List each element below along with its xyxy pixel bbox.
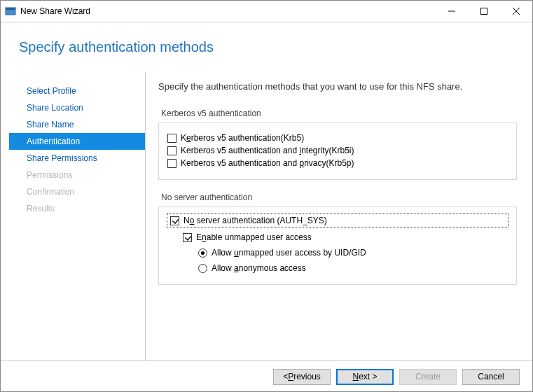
checkbox-krb5-label: Kerberos v5 authentication(Krb5)	[181, 133, 304, 143]
maximize-button[interactable]	[468, 1, 500, 22]
header: Specify authentication methods	[1, 22, 532, 71]
page-title: Specify authentication methods	[19, 39, 532, 55]
radio-uidgid-row[interactable]: Allow unmapped user access by UID/GID	[198, 248, 508, 258]
cancel-button[interactable]: Cancel	[462, 369, 520, 385]
sidebar-item-confirmation: Confirmation	[9, 183, 145, 200]
window-title: New Share Wizard	[20, 6, 436, 16]
checkbox-krb5i-row[interactable]: Kerberos v5 authentication and integrity…	[167, 146, 508, 155]
sidebar-item-share-permissions[interactable]: Share Permissions	[9, 150, 145, 167]
svg-rect-1	[6, 8, 15, 10]
create-button: Create	[399, 369, 457, 385]
checkbox-krb5[interactable]	[167, 134, 176, 143]
checkbox-authsys-row[interactable]: No server authentication (AUTH_SYS)	[167, 214, 508, 227]
kerberos-group-label: Kerberos v5 authentication	[161, 108, 517, 118]
minimize-button[interactable]	[436, 1, 468, 22]
radio-anon[interactable]	[198, 264, 207, 273]
checkbox-krb5p-row[interactable]: Kerberos v5 authentication and privacy(K…	[167, 158, 508, 168]
sidebar-item-permissions: Permissions	[9, 167, 145, 183]
checkbox-unmapped-label: Enable unmapped user access	[196, 232, 312, 242]
checkbox-krb5p-label: Kerberos v5 authentication and privacy(K…	[181, 158, 354, 168]
sidebar-item-share-location[interactable]: Share Location	[9, 99, 145, 116]
checkbox-authsys[interactable]	[170, 216, 179, 225]
window-controls	[436, 1, 532, 22]
svg-rect-3	[481, 8, 487, 15]
sidebar-item-select-profile[interactable]: Select Profile	[9, 83, 145, 99]
checkbox-unmapped-row[interactable]: Enable unmapped user access	[183, 232, 508, 242]
checkbox-krb5-row[interactable]: Kerberos v5 authentication(Krb5)	[167, 133, 508, 143]
intro-text: Specify the authentication methods that …	[158, 81, 517, 92]
checkbox-krb5i-label: Kerberos v5 authentication and integrity…	[181, 146, 354, 155]
next-button[interactable]: Next >	[336, 369, 394, 385]
app-icon	[5, 6, 16, 17]
noserver-group-label: No server authentication	[161, 192, 517, 202]
close-button[interactable]	[500, 1, 532, 22]
radio-anon-label: Allow anonymous access	[212, 263, 306, 273]
titlebar: New Share Wizard	[1, 1, 532, 22]
sidebar-item-results: Results	[9, 200, 145, 217]
radio-uidgid-label: Allow unmapped user access by UID/GID	[212, 248, 366, 258]
sidebar: Select Profile Share Location Share Name…	[9, 71, 146, 360]
checkbox-unmapped[interactable]	[183, 233, 192, 242]
previous-button[interactable]: < Previous	[273, 369, 331, 385]
sidebar-item-share-name[interactable]: Share Name	[9, 116, 145, 133]
checkbox-authsys-label: No server authentication (AUTH_SYS)	[184, 216, 327, 225]
footer: < Previous Next > Create Cancel	[1, 360, 532, 392]
radio-uidgid[interactable]	[198, 248, 207, 258]
checkbox-krb5p[interactable]	[167, 159, 176, 168]
checkbox-krb5i[interactable]	[167, 146, 176, 155]
main-panel: Specify the authentication methods that …	[146, 71, 532, 360]
noserver-group: No server authentication (AUTH_SYS) Enab…	[158, 206, 517, 285]
sidebar-item-authentication[interactable]: Authentication	[9, 133, 145, 150]
kerberos-group: Kerberos v5 authentication(Krb5) Kerbero…	[158, 122, 517, 180]
radio-anon-row[interactable]: Allow anonymous access	[198, 263, 508, 273]
